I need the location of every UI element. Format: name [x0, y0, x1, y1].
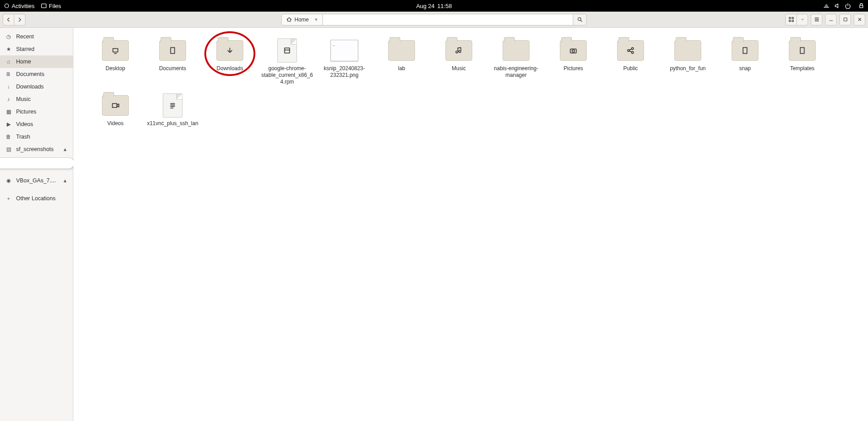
sidebar-item-sf-screenshots[interactable]: ▤ sf_screenshots ▲ — [0, 143, 73, 156]
sidebar-item-other-locations[interactable]: ＋ Other Locations — [0, 192, 73, 205]
folder-icon — [732, 40, 758, 61]
sidebar-item-starred[interactable]: ★Starred — [0, 43, 73, 55]
sidebar-torn-annotation — [0, 157, 74, 169]
svg-point-0 — [5, 4, 9, 8]
folder-icon — [216, 40, 243, 61]
sidebar-item-label: Home — [16, 59, 31, 65]
file-label: Downloads — [216, 65, 243, 72]
file-pane[interactable]: DesktopDocumentsDownloadsgoogle-chrome-s… — [73, 28, 868, 421]
music-icon: ♪ — [5, 96, 12, 102]
sidebar-item-label: Downloads — [16, 84, 44, 90]
search-button[interactable] — [573, 14, 587, 25]
file-item[interactable]: Documents — [144, 37, 201, 92]
network-icon[interactable] — [823, 3, 830, 9]
svg-rect-9 — [113, 49, 118, 52]
documents-icon: 🗎 — [5, 71, 12, 77]
chevron-down-icon: ▼ — [314, 17, 318, 22]
sidebar-item-music[interactable]: ♪Music — [0, 93, 73, 105]
file-item[interactable]: Music — [430, 37, 487, 92]
file-label: Pictures — [563, 65, 583, 72]
file-item[interactable]: lab — [373, 37, 430, 92]
file-label: lab — [398, 65, 405, 72]
sidebar-item-documents[interactable]: 🗎Documents — [0, 68, 73, 80]
activities-button[interactable]: Activities — [4, 3, 34, 9]
file-item[interactable]: Downloads — [201, 37, 258, 92]
file-label: Desktop — [106, 65, 125, 72]
close-button[interactable] — [854, 14, 865, 25]
sidebar-item-label: VBox_GAs_7.... — [16, 177, 56, 184]
lock-icon[interactable] — [858, 3, 864, 9]
sidebar-item-pictures[interactable]: ▦Pictures — [0, 105, 73, 118]
file-item[interactable]: python_for_fun — [659, 37, 716, 92]
location-entry[interactable] — [323, 14, 573, 25]
sidebar-item-vbox-gas[interactable]: ◉ VBox_GAs_7.... ▲ — [0, 174, 73, 187]
file-icon — [277, 38, 297, 63]
file-item[interactable]: google-chrome-stable_current_x86_64.rpm — [258, 37, 316, 92]
power-icon[interactable] — [845, 3, 851, 9]
svg-rect-8 — [844, 18, 847, 21]
file-item[interactable]: Templates — [774, 37, 831, 92]
starred-icon: ★ — [5, 46, 12, 52]
file-item[interactable]: nabis-engineering-manager — [487, 37, 545, 92]
svg-rect-7 — [792, 20, 793, 21]
path-bar[interactable]: Home ▼ — [281, 14, 323, 25]
image-thumbnail: ⎯ — [330, 40, 358, 61]
file-label: Videos — [107, 120, 123, 127]
recent-icon: ◷ — [5, 34, 12, 40]
hamburger-menu-button[interactable] — [811, 14, 822, 25]
svg-rect-4 — [789, 17, 790, 19]
svg-rect-6 — [789, 20, 790, 21]
app-name-label: Files — [49, 3, 61, 9]
folder-icon — [102, 95, 129, 116]
activities-label: Activities — [12, 3, 34, 9]
file-label: Music — [452, 65, 466, 72]
gnome-topbar: Activities Files Aug 24 11:58 — [0, 0, 868, 12]
view-options-button[interactable] — [796, 14, 808, 25]
sidebar-item-videos[interactable]: ▶Videos — [0, 118, 73, 131]
topbar-clock[interactable]: Aug 24 11:58 — [416, 3, 452, 9]
sidebar-item-downloads[interactable]: ↓Downloads — [0, 80, 73, 93]
file-item[interactable]: Videos — [87, 92, 144, 133]
eject-icon[interactable]: ▲ — [63, 178, 68, 183]
file-item[interactable]: x11vnc_plus_ssh_lan — [144, 92, 201, 133]
file-item[interactable]: Pictures — [545, 37, 602, 92]
app-menu[interactable]: Files — [41, 3, 61, 9]
sidebar-item-label: Pictures — [16, 109, 36, 115]
sidebar-item-trash[interactable]: 🗑Trash — [0, 131, 73, 143]
toolbar: Home ▼ — [0, 12, 868, 28]
svg-rect-11 — [284, 48, 289, 53]
svg-point-3 — [578, 17, 581, 21]
folder-icon — [503, 40, 529, 61]
eject-icon[interactable]: ▲ — [63, 147, 68, 152]
file-item[interactable]: snap — [716, 37, 774, 92]
time-label: 11:58 — [437, 3, 452, 9]
drive-icon: ▤ — [5, 146, 12, 152]
file-item[interactable]: Desktop — [87, 37, 144, 92]
sidebar-item-label: Starred — [16, 46, 34, 52]
sidebar-item-recent[interactable]: ◷Recent — [0, 30, 73, 43]
folder-icon — [159, 40, 186, 61]
date-label: Aug 24 — [416, 3, 435, 9]
volume-icon[interactable] — [834, 3, 840, 9]
svg-rect-2 — [860, 5, 863, 8]
plus-icon: ＋ — [5, 195, 12, 202]
places-sidebar: ◷Recent★Starred⌂Home🗎Documents↓Downloads… — [0, 28, 73, 421]
folder-icon — [560, 40, 587, 61]
svg-rect-10 — [171, 47, 175, 53]
file-item[interactable]: Public — [602, 37, 659, 92]
svg-point-13 — [572, 50, 575, 52]
forward-button[interactable] — [14, 14, 25, 25]
sidebar-item-label: Recent — [16, 34, 34, 40]
sidebar-item-home[interactable]: ⌂Home — [0, 55, 73, 68]
file-label: Public — [623, 65, 638, 72]
minimize-button[interactable] — [825, 14, 837, 25]
svg-rect-5 — [792, 17, 793, 19]
icon-view-button[interactable] — [785, 14, 797, 25]
sidebar-item-label: Music — [16, 96, 31, 102]
file-item[interactable]: ⎯ksnip_20240823-232321.png — [316, 37, 373, 92]
back-button[interactable] — [3, 14, 14, 25]
activities-icon — [4, 3, 10, 9]
folder-icon — [388, 40, 415, 61]
maximize-button[interactable] — [839, 14, 851, 25]
file-label: snap — [739, 65, 751, 72]
